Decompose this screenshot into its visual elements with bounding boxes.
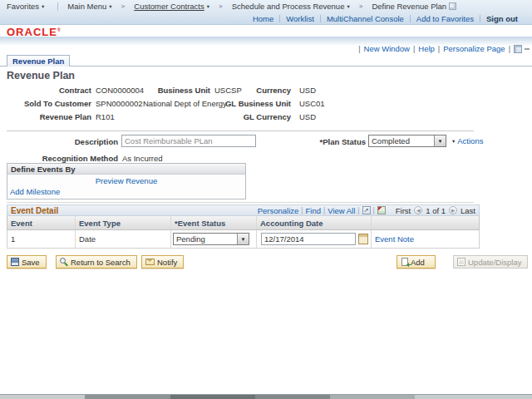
- dropdown-arrow-icon[interactable]: ▼: [434, 135, 446, 146]
- plan-status-select[interactable]: Completed ▼: [368, 135, 446, 147]
- next-arrow: ▶: [451, 208, 455, 213]
- grid-toolbar: Personalize | Find | View All | ↗ | Firs…: [258, 206, 479, 215]
- personalize-layout-icon[interactable]: [514, 45, 522, 53]
- save-icon: [11, 258, 19, 266]
- personalize-page-link[interactable]: Personalize Page: [443, 44, 505, 53]
- actions-chevron-icon: ▾: [452, 138, 455, 145]
- gl-business-unit-label: GL Business Unit: [200, 99, 291, 108]
- personalize-link[interactable]: Personalize: [258, 206, 299, 215]
- page-links: | New Window | Help | Personalize Page |: [358, 44, 530, 53]
- header-links: Home Worklist MultiChannel Console Add t…: [0, 12, 532, 24]
- return-to-search-icon: [60, 258, 68, 266]
- event-status-value: Pending: [174, 234, 237, 244]
- add-milestone-link[interactable]: Add Milestone: [10, 187, 60, 196]
- chevron-down-icon: ▾: [347, 3, 349, 10]
- breadcrumb-item-define-revenue-plan[interactable]: Define Revenue Plan: [372, 2, 446, 11]
- worklist-link[interactable]: Worklist: [286, 14, 314, 23]
- description-input[interactable]: [121, 135, 256, 147]
- plan-status-label: *Plan Status: [274, 137, 366, 146]
- table-row: 1 Date Pending ▼ Event Note: [7, 230, 480, 249]
- multichannel-console-link[interactable]: MultiChannel Console: [327, 14, 404, 23]
- update-display-icon: [457, 258, 466, 266]
- view-all-link[interactable]: View All: [328, 206, 355, 215]
- pager-next-icon[interactable]: ▶: [449, 206, 457, 214]
- plan-status-value: Completed: [369, 135, 434, 146]
- new-window-link[interactable]: New Window: [364, 44, 410, 53]
- breadcrumb: Favorites ▾ Main Menu ▾ > Customer Contr…: [0, 0, 532, 12]
- help-link[interactable]: Help: [418, 44, 435, 53]
- update-display-label: Update/Display: [468, 258, 521, 267]
- sign-out-link[interactable]: Sign out: [486, 14, 518, 23]
- grid-header-row: Event Event Type *Event Status Accountin…: [7, 216, 480, 230]
- breadcrumb-label: Define Revenue Plan: [372, 2, 446, 11]
- col-event-type: Event Type: [76, 216, 171, 229]
- notify-label: Notify: [157, 258, 177, 267]
- prev-arrow: ◀: [416, 208, 420, 213]
- page-title: Revenue Plan: [7, 70, 75, 81]
- sold-to-customer-label: Sold To Customer: [0, 99, 91, 108]
- currency-value: USD: [299, 86, 316, 95]
- separator: |: [358, 45, 360, 53]
- home-link[interactable]: Home: [253, 14, 273, 23]
- registered-mark: ®: [57, 27, 61, 32]
- pager-prev-icon[interactable]: ◀: [414, 206, 422, 214]
- event-cell: 1: [7, 230, 76, 248]
- accounting-date-input[interactable]: [261, 233, 356, 245]
- breadcrumb-item-customer-contracts[interactable]: Customer Contracts ▾: [134, 2, 209, 11]
- chevron-down-icon: ▾: [207, 3, 209, 10]
- breadcrumb-separator: >: [121, 2, 126, 10]
- breadcrumb-separator: >: [359, 2, 363, 10]
- col-note: [372, 216, 479, 229]
- notify-button[interactable]: Notify: [141, 255, 184, 268]
- revenue-plan-label: Revenue Plan: [0, 112, 91, 121]
- main-menu-label: Main Menu: [67, 2, 106, 11]
- actions-menu[interactable]: ▾ Actions: [452, 136, 483, 145]
- separator: |: [301, 206, 303, 214]
- find-link[interactable]: Find: [306, 206, 321, 215]
- gl-business-unit-value: USC01: [299, 99, 325, 108]
- pager-count: 1 of 1: [426, 206, 446, 215]
- dash-icon: [525, 48, 530, 50]
- recognition-method-value: As Incurred: [122, 154, 163, 163]
- save-label: Save: [22, 258, 40, 267]
- event-note-link[interactable]: Event Note: [375, 234, 414, 244]
- gl-currency-value: USD: [299, 112, 316, 121]
- tab-revenue-plan[interactable]: Revenue Plan: [7, 55, 70, 66]
- event-status-select[interactable]: Pending ▼: [173, 233, 249, 245]
- actions-link[interactable]: Actions: [457, 136, 483, 145]
- download-grid-icon[interactable]: [377, 206, 386, 214]
- separator: |: [373, 206, 375, 214]
- page-search-icon[interactable]: [449, 2, 456, 10]
- separator: [279, 15, 280, 22]
- add-to-favorites-link[interactable]: Add to Favorites: [416, 14, 474, 23]
- save-button[interactable]: Save: [7, 255, 47, 268]
- separator: [57, 2, 58, 11]
- breadcrumb-item-schedule-process-revenue[interactable]: Schedule and Process Revenue ▾: [232, 2, 350, 11]
- calendar-icon[interactable]: [358, 234, 368, 244]
- zoom-grid-icon[interactable]: ↗: [362, 206, 371, 214]
- separator: [410, 15, 411, 22]
- chevron-down-icon: ▾: [42, 3, 44, 10]
- recognition-method-label: Recognition Method: [25, 154, 118, 163]
- grid-title-bar: Event Detail Personalize | Find | View A…: [7, 204, 480, 216]
- sold-to-customer-value: SPN0000002: [96, 99, 143, 108]
- dropdown-arrow-icon[interactable]: ▼: [237, 234, 249, 244]
- col-accounting-date: Accounting Date: [257, 216, 372, 229]
- favorites-menu[interactable]: Favorites ▾: [7, 2, 44, 11]
- grid-title: Event Detail: [7, 206, 58, 215]
- revenue-plan-page: Favorites ▾ Main Menu ▾ > Customer Contr…: [0, 0, 532, 399]
- grid-pager: First ◀ 1 of 1 ▶ Last: [396, 206, 475, 215]
- business-unit-label: Business Unit: [125, 86, 210, 95]
- add-label: Add: [411, 258, 425, 267]
- define-events-by-title: Define Events By: [7, 164, 245, 175]
- preview-revenue-link[interactable]: Preview Revenue: [96, 176, 157, 185]
- separator: |: [323, 206, 325, 214]
- update-display-button[interactable]: Update/Display: [453, 255, 528, 268]
- add-button[interactable]: Add: [397, 255, 436, 268]
- section-divider: [7, 131, 474, 131]
- return-to-search-button[interactable]: Return to Search: [56, 255, 137, 268]
- tab-divider: [0, 66, 532, 66]
- favorites-label: Favorites: [7, 2, 39, 11]
- define-events-by-box: Define Events By Preview Revenue Add Mil…: [7, 163, 246, 200]
- main-menu[interactable]: Main Menu ▾: [67, 2, 111, 11]
